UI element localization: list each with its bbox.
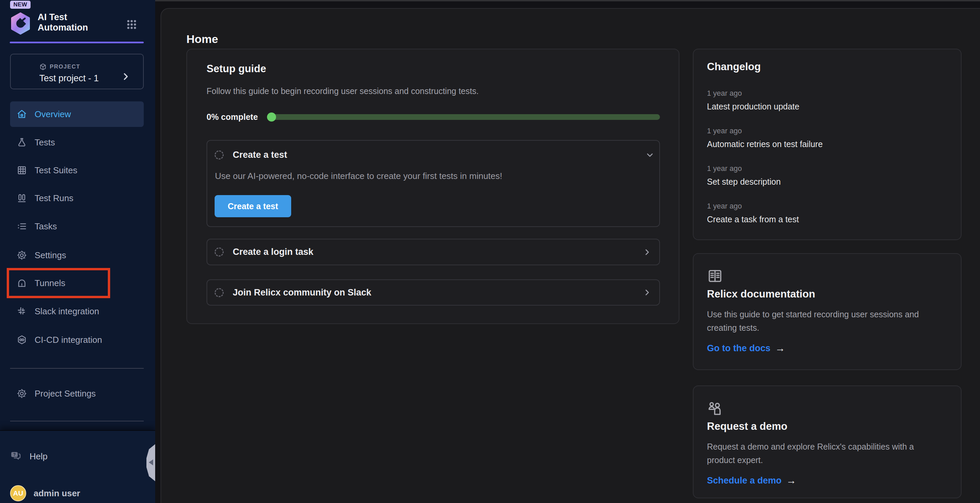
- gear-icon: [17, 250, 27, 260]
- sidebar-item-tasks[interactable]: Tasks: [10, 213, 144, 239]
- progress-bar: [267, 114, 660, 120]
- home-icon: [17, 109, 27, 119]
- step-create-a-test: Create a test Use our AI-powered, no-cod…: [207, 140, 660, 227]
- demo-title: Request a demo: [707, 420, 787, 433]
- sidebar-item-label: CI-CD integration: [35, 335, 102, 345]
- new-badge: NEW: [10, 1, 30, 9]
- project-selector[interactable]: PROJECT Test project - 1: [10, 54, 144, 89]
- step-description: Use our AI-powered, no-code interface to…: [215, 171, 503, 181]
- sidebar: NEW AI Test Automation: [0, 0, 155, 503]
- step-title: Create a test: [233, 150, 287, 160]
- sidebar-item-label: Project Settings: [35, 388, 96, 399]
- sidebar-item-slack-integration[interactable]: Slack integration: [10, 299, 144, 324]
- brand-accent-divider: [10, 41, 144, 43]
- apps-grid-icon[interactable]: [126, 19, 137, 30]
- changelog-entry-time: 1 year ago: [707, 127, 742, 135]
- sidebar-item-label: Tasks: [35, 221, 57, 232]
- app-root: NEW AI Test Automation: [0, 0, 980, 503]
- incomplete-step-icon: [215, 288, 224, 297]
- chevron-left-icon: [149, 459, 153, 465]
- progress-label: 0% complete: [207, 112, 258, 122]
- step-title: Join Relicx community on Slack: [233, 287, 371, 298]
- setup-guide-title: Setup guide: [207, 63, 266, 75]
- help-label: Help: [30, 451, 47, 462]
- flask-icon: [17, 137, 27, 147]
- sidebar-item-label: Settings: [35, 250, 66, 261]
- cube-icon: [39, 63, 47, 70]
- sidebar-item-overview[interactable]: Overview: [10, 102, 144, 127]
- help-button[interactable]: ? Help: [10, 446, 118, 466]
- test-runs-icon: [17, 193, 27, 203]
- changelog-entry-time: 1 year ago: [707, 164, 742, 173]
- sidebar-item-label: Overview: [35, 109, 71, 119]
- top-edge-strip: [155, 0, 980, 2]
- chevron-right-icon: [121, 72, 130, 81]
- project-label: PROJECT: [50, 64, 80, 70]
- schedule-demo-link[interactable]: Schedule a demo →: [707, 475, 796, 486]
- avatar: AU: [10, 485, 26, 501]
- changelog-card: Changelog 1 year ago Latest production u…: [693, 49, 961, 240]
- sidebar-item-test-suites[interactable]: Test Suites: [10, 158, 144, 183]
- sidebar-divider: [10, 421, 144, 422]
- project-name: Test project - 1: [39, 73, 99, 84]
- create-a-test-button[interactable]: Create a test: [215, 195, 291, 217]
- sidebar-item-label: Tests: [35, 137, 55, 148]
- incomplete-step-icon: [215, 150, 224, 159]
- sidebar-divider: [10, 368, 144, 369]
- book-icon: [707, 268, 723, 284]
- incomplete-step-icon: [215, 247, 224, 256]
- content-panel: Home Setup guide Follow this guide to be…: [161, 8, 980, 503]
- step-header[interactable]: Create a test: [215, 150, 655, 160]
- arrow-right-icon: →: [775, 342, 785, 354]
- sidebar-item-cicd-integration[interactable]: CI-CD integration: [10, 327, 144, 353]
- sidebar-item-label: Test Runs: [35, 193, 73, 204]
- setup-progress: 0% complete: [207, 111, 660, 123]
- slack-icon: [17, 306, 27, 316]
- documentation-title: Relicx documentation: [707, 288, 815, 300]
- demo-description: Request a demo and explore Relicx's capa…: [707, 440, 935, 467]
- setup-guide-card: Setup guide Follow this guide to begin r…: [186, 49, 679, 324]
- help-chat-icon: ?: [10, 450, 21, 462]
- sidebar-item-settings[interactable]: Settings: [10, 242, 144, 268]
- sidebar-footer: ? Help AU admin user: [0, 430, 155, 503]
- user-name: admin user: [33, 488, 80, 499]
- gear-icon: [17, 388, 27, 399]
- tunnel-icon: [17, 278, 27, 288]
- chevron-right-icon: [643, 288, 652, 297]
- step-title: Create a login task: [233, 247, 313, 257]
- sidebar-item-label: Tunnels: [35, 278, 65, 288]
- sidebar-item-tests[interactable]: Tests: [10, 130, 144, 155]
- sidebar-item-tunnels[interactable]: Tunnels: [10, 270, 144, 296]
- changelog-entry-text: Automatic retries on test failure: [707, 139, 823, 149]
- user-menu[interactable]: AU admin user: [10, 484, 138, 502]
- app-title: AI Test Automation: [38, 12, 88, 33]
- progress-indicator-dot: [267, 113, 276, 121]
- grid-icon: [17, 165, 27, 175]
- changelog-entry-text: Set step description: [707, 177, 781, 187]
- changelog-entry-text: Create a task from a test: [707, 215, 799, 224]
- changelog-entry-time: 1 year ago: [707, 89, 742, 98]
- infinity-hexagon-icon: [17, 335, 27, 345]
- people-icon: [707, 400, 723, 416]
- step-create-a-login-task[interactable]: Create a login task: [207, 239, 660, 265]
- documentation-card: Relicx documentation Use this guide to g…: [693, 253, 961, 370]
- page-title: Home: [186, 33, 218, 46]
- changelog-entry-text: Latest production update: [707, 102, 799, 111]
- chevron-right-icon: [643, 247, 652, 257]
- go-to-docs-link[interactable]: Go to the docs →: [707, 342, 785, 354]
- main-content: Home Setup guide Follow this guide to be…: [155, 0, 980, 503]
- setup-guide-description: Follow this guide to begin recording use…: [207, 86, 479, 96]
- svg-text:?: ?: [13, 452, 16, 457]
- step-join-slack-community[interactable]: Join Relicx community on Slack: [207, 279, 660, 306]
- chevron-down-icon: [645, 150, 655, 160]
- sidebar-item-label: Test Suites: [35, 165, 77, 176]
- app-logo-icon: [10, 13, 30, 35]
- request-demo-card: Request a demo Request a demo and explor…: [693, 385, 961, 498]
- tasks-list-icon: [17, 221, 27, 231]
- sidebar-item-project-settings[interactable]: Project Settings: [10, 381, 144, 406]
- sidebar-item-label: Slack integration: [35, 306, 99, 317]
- documentation-description: Use this guide to get started recording …: [707, 307, 935, 334]
- sidebar-item-test-runs[interactable]: Test Runs: [10, 185, 144, 211]
- changelog-title: Changelog: [707, 61, 761, 73]
- changelog-entry-time: 1 year ago: [707, 202, 742, 210]
